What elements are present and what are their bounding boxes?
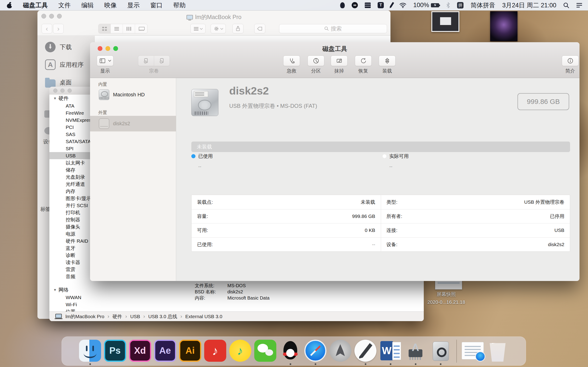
dock-safari[interactable]	[304, 339, 326, 364]
apple-menu[interactable]	[7, 2, 12, 8]
menu-item[interactable]: 编辑	[81, 1, 94, 9]
remove-volume-button[interactable]	[154, 56, 170, 66]
breadcrumb-item[interactable]: lm的MacBook Pro	[65, 313, 104, 320]
dock-netease-music[interactable]: ♪	[204, 339, 226, 364]
info-label: 类型:	[387, 199, 398, 205]
action-gear-button[interactable]	[211, 24, 226, 33]
icon-view-icon[interactable]	[99, 24, 111, 33]
breadcrumb-item[interactable]: External USB 3.0	[185, 314, 222, 319]
back-button[interactable]: ‹	[42, 24, 52, 33]
bluetooth-icon[interactable]	[446, 2, 450, 8]
illustrator-glyph: Ai	[180, 341, 200, 361]
group-by-button[interactable]	[190, 24, 206, 33]
list-view-icon[interactable]	[111, 24, 123, 33]
menu-bar-clock[interactable]: 3月24日 周二 21:00	[502, 1, 556, 9]
volume-name: disk2s2	[113, 121, 130, 127]
notification-center-icon[interactable]	[576, 2, 582, 8]
wifi-icon[interactable]	[399, 2, 406, 8]
dock-disk-utility[interactable]	[430, 339, 451, 364]
app-menu-title[interactable]: 磁盘工具	[23, 1, 48, 9]
sidebar-item-downloads[interactable]: 下载	[37, 40, 95, 54]
t-app-icon[interactable]: T	[378, 2, 384, 8]
dock-system-information[interactable]: Λ	[405, 339, 426, 364]
input-method-badge[interactable]: 拼	[457, 2, 464, 8]
battery-indicator[interactable]: 100%	[413, 2, 439, 9]
sysinfo-item[interactable]: 位置	[49, 308, 173, 311]
screenshot-label-line2: 2020-0...16.21.18	[420, 298, 473, 306]
column-view-icon[interactable]	[123, 24, 135, 33]
view-tool[interactable]: 显示	[97, 56, 113, 74]
menu-bar-left: 磁盘工具 文件编辑映像显示窗口帮助	[7, 1, 186, 9]
menu-item[interactable]: 帮助	[173, 1, 186, 9]
input-method-name[interactable]: 简体拼音	[470, 1, 495, 9]
disk-utility-window[interactable]: 磁盘工具 显示 宗卷 急	[90, 42, 579, 281]
partition-button[interactable]	[308, 56, 324, 66]
breadcrumb-item[interactable]: 硬件	[112, 313, 122, 320]
dock-qq[interactable]	[279, 339, 301, 364]
disk-utility-main: disk2s2 USB 外置物理宗卷 • MS-DOS (FAT) 999.86…	[176, 78, 579, 281]
dock-wechat[interactable]	[254, 339, 276, 364]
disclosure-triangle-icon[interactable]: ▼	[53, 286, 57, 294]
pen-app-icon[interactable]	[391, 2, 393, 9]
view-mode-segment[interactable]	[98, 24, 147, 33]
sidebar-volume-macintosh-hd[interactable]: Macintosh HD	[90, 88, 176, 102]
finder-titlebar[interactable]: lm的MacBook Pro	[37, 10, 390, 22]
dock-illustrator[interactable]: Ai	[179, 339, 201, 364]
first-aid-tool[interactable]: 急救	[283, 56, 300, 74]
info-value: 0 KB	[365, 227, 375, 233]
dock-after-effects[interactable]: Ae	[154, 339, 176, 364]
sidebar-item-label: 桌面	[60, 78, 72, 86]
forward-button[interactable]: ›	[53, 24, 64, 33]
sidebar-item-applications[interactable]: A 应用程序	[37, 58, 95, 71]
dock-xd[interactable]: Xd	[129, 339, 151, 364]
sysinfo-item[interactable]: WWAN	[49, 294, 173, 301]
share-button[interactable]	[233, 24, 243, 33]
notification-bell-icon[interactable]	[340, 2, 345, 8]
dock-finder[interactable]	[79, 339, 101, 364]
breadcrumb-item[interactable]: USB 3.0 总线	[148, 313, 177, 320]
erase-tool[interactable]: 抹掉	[331, 56, 347, 74]
mount-button[interactable]	[379, 56, 396, 66]
info-tool[interactable]: 简介	[562, 56, 579, 74]
menu-item[interactable]: 映像	[104, 1, 117, 9]
dock-photoshop[interactable]: Ps	[104, 339, 126, 364]
sidebar-volume-disk2s2[interactable]: disk2s2	[90, 116, 176, 131]
erase-button[interactable]	[331, 56, 347, 66]
dock-trash[interactable]	[487, 339, 509, 364]
gallery-view-icon[interactable]	[135, 24, 147, 33]
battery-percent: 100%	[413, 2, 429, 9]
stack-menu-icon[interactable]	[365, 2, 371, 8]
info-button[interactable]	[562, 56, 579, 66]
dock-quill-app[interactable]	[355, 339, 376, 364]
disk-utility-icon	[430, 340, 451, 362]
restore-tool[interactable]: 恢复	[355, 56, 372, 74]
dock-word[interactable]: W	[380, 339, 401, 364]
dock-launchpad[interactable]	[329, 339, 351, 364]
screenshot-file-label[interactable]: 屏幕快照 2020-0...16.21.18	[420, 290, 473, 306]
partition-tool[interactable]: 分区	[308, 56, 324, 74]
breadcrumb-item[interactable]: USB	[130, 314, 140, 319]
sysinfo-traffic-lights[interactable]	[53, 89, 72, 93]
usage-bar: 未装载	[191, 142, 570, 152]
view-button[interactable]	[97, 56, 113, 66]
add-volume-button[interactable]	[138, 56, 154, 66]
mount-tool[interactable]: 装载	[379, 56, 396, 74]
sysinfo-section-header[interactable]: ▼网络	[49, 286, 173, 294]
first-aid-button[interactable]	[283, 56, 300, 66]
dock-qq-music[interactable]: ♪	[229, 339, 251, 364]
disclosure-triangle-icon[interactable]: ▼	[53, 94, 57, 102]
menu-item[interactable]: 窗口	[150, 1, 163, 9]
word-icon: W	[380, 340, 401, 362]
dock-minimized-window[interactable]	[462, 339, 484, 364]
sysinfo-item[interactable]: Wi-Fi	[49, 301, 173, 308]
desktop-file-thumbnail-1[interactable]	[431, 11, 459, 32]
menu-item[interactable]: 显示	[127, 1, 140, 9]
menu-item[interactable]: 文件	[58, 1, 71, 9]
desktop-file-thumbnail-2[interactable]	[490, 11, 518, 41]
stethoscope-icon	[289, 58, 295, 64]
creative-cloud-icon[interactable]: ∞	[352, 2, 358, 8]
spotlight-icon[interactable]	[563, 2, 569, 8]
search-field[interactable]: 搜索	[279, 24, 387, 33]
restore-button[interactable]	[355, 56, 372, 66]
tag-button[interactable]	[254, 24, 265, 33]
